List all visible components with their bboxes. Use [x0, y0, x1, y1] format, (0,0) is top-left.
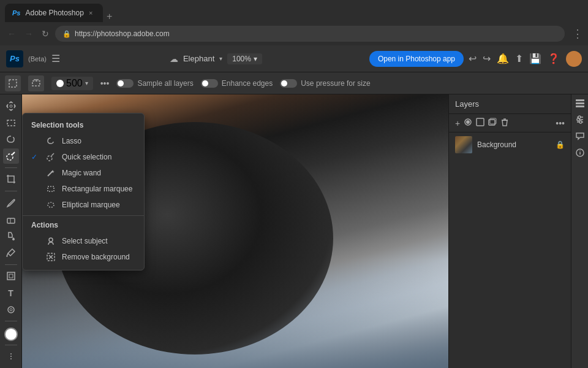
svg-point-18: [47, 156, 52, 161]
top-icons: ↩ ↪ 🔔 ⬆ 💾 ❓: [469, 51, 582, 67]
lasso-icon: [46, 136, 56, 146]
refresh-button[interactable]: ↻: [39, 26, 51, 41]
canvas-area[interactable]: Selection tools Lasso ✓ Quick selection: [22, 94, 448, 368]
url-text: https://photoshop.adobe.com: [75, 29, 170, 38]
notifications-icon[interactable]: 🔔: [497, 53, 509, 64]
browser-address-bar: ← → ↻ 🔒 https://photoshop.adobe.com ⋮: [0, 22, 588, 45]
svg-rect-12: [9, 274, 13, 278]
magic-wand-label: Magic wand: [62, 169, 101, 177]
help-icon[interactable]: ❓: [548, 53, 560, 64]
adjustment-layer-button[interactable]: [476, 118, 484, 128]
tool-option-1[interactable]: [5, 75, 21, 91]
svg-rect-11: [7, 272, 15, 280]
svg-point-5: [7, 154, 13, 160]
sample-all-toggle[interactable]: [116, 79, 134, 88]
quick-selection-label: Quick selection: [62, 153, 111, 161]
layers-panel-toggle[interactable]: [575, 98, 585, 110]
mask-layer-button[interactable]: [464, 118, 472, 128]
shapes-tool[interactable]: [3, 302, 19, 317]
ellipse-marquee-item[interactable]: Elliptical marquee: [23, 197, 144, 213]
toolbar-separator-2: [5, 191, 17, 191]
redo-button[interactable]: ↪: [483, 53, 491, 64]
comments-panel-toggle[interactable]: [575, 131, 585, 143]
browser-menu-button[interactable]: ⋮: [572, 27, 583, 40]
undo-button[interactable]: ↩: [469, 53, 477, 64]
zoom-control[interactable]: 100% ▾: [227, 53, 262, 64]
brush-size-value: 500: [66, 78, 83, 89]
lasso-tool-item[interactable]: Lasso: [23, 133, 144, 149]
svg-point-22: [48, 202, 54, 207]
layer-name-label: Background: [477, 140, 516, 149]
rect-marquee-item[interactable]: Rectangular marquee: [23, 181, 144, 197]
lasso-tool[interactable]: [3, 131, 19, 147]
user-avatar[interactable]: [566, 51, 582, 67]
back-button[interactable]: ←: [5, 26, 18, 41]
right-icon-bar: [571, 94, 588, 368]
enhance-edges-toggle[interactable]: [201, 79, 218, 88]
move-tool[interactable]: [3, 98, 19, 113]
magic-wand-icon: [46, 168, 56, 178]
eraser-tool[interactable]: [3, 212, 19, 227]
svg-point-26: [466, 120, 470, 124]
open-in-photoshop-button[interactable]: Open in Photoshop app: [369, 51, 464, 67]
foreground-color-swatch[interactable]: [4, 328, 18, 340]
magic-wand-item[interactable]: Magic wand: [23, 165, 144, 181]
eyedropper-tool[interactable]: [3, 245, 19, 261]
rect-marquee-label: Rectangular marquee: [62, 185, 132, 193]
tab-close-button[interactable]: ×: [89, 9, 92, 17]
rect-marquee-icon: [46, 184, 56, 194]
layer-thumbnail: [455, 136, 472, 153]
select-subject-item[interactable]: Select subject: [23, 233, 144, 249]
toolbar-separator-3: [5, 264, 17, 265]
tab-title: Adobe Photoshop: [25, 9, 83, 17]
forward-button[interactable]: →: [22, 26, 36, 41]
new-tab-button[interactable]: +: [107, 11, 112, 22]
brush-tool[interactable]: [3, 195, 19, 210]
svg-line-20: [48, 171, 53, 176]
tool-option-2[interactable]: [28, 75, 44, 91]
text-tool[interactable]: T: [3, 285, 19, 301]
share-icon[interactable]: ⬆: [515, 53, 523, 64]
quick-select-tool[interactable]: [3, 148, 19, 164]
smart-object-button[interactable]: [488, 118, 497, 128]
layer-more-options[interactable]: •••: [556, 118, 565, 128]
more-tools-button[interactable]: [3, 349, 19, 364]
quick-select-icon: [46, 152, 56, 162]
info-panel-toggle[interactable]: [575, 148, 585, 159]
active-tab[interactable]: Ps Adobe Photoshop ×: [5, 4, 103, 22]
select-rect-tool[interactable]: [3, 115, 19, 130]
svg-rect-32: [576, 99, 584, 101]
ellipse-marquee-label: Elliptical marquee: [62, 201, 120, 209]
delete-layer-button[interactable]: [500, 118, 509, 128]
layer-background-item[interactable]: Background 🔒: [449, 132, 571, 157]
popup-separator: [23, 215, 144, 216]
crop-tool[interactable]: [3, 172, 19, 187]
enhance-edges-toggle-group: Enhance edges: [201, 79, 273, 88]
lock-icon: 🔒: [62, 30, 71, 38]
save-icon[interactable]: 💾: [529, 53, 541, 64]
layers-panel-header: Layers: [449, 94, 571, 114]
selection-tools-popup: Selection tools Lasso ✓ Quick selection: [22, 113, 145, 270]
svg-rect-0: [9, 80, 17, 87]
transform-tool[interactable]: [3, 269, 19, 284]
brush-size-control[interactable]: 500 ▾: [51, 77, 93, 90]
fill-tool[interactable]: [3, 228, 19, 243]
pressure-toggle[interactable]: [280, 79, 297, 88]
ellipse-marquee-icon: [46, 200, 56, 210]
add-layer-button[interactable]: +: [455, 118, 460, 128]
toolbar-separator-5: [5, 345, 17, 345]
svg-point-39: [577, 118, 579, 121]
more-options-button[interactable]: •••: [100, 79, 110, 88]
remove-background-item[interactable]: Remove background: [23, 249, 144, 265]
hamburger-menu[interactable]: ☰: [51, 53, 60, 64]
url-bar[interactable]: 🔒 https://photoshop.adobe.com: [55, 26, 565, 42]
adjustments-panel-toggle[interactable]: [575, 115, 585, 126]
layers-toolbar: + •••: [449, 114, 571, 132]
browser-tabs-bar: Ps Adobe Photoshop × +: [0, 0, 588, 22]
filename-dropdown[interactable]: ▾: [219, 55, 222, 62]
actions-title: Actions: [23, 218, 144, 233]
svg-line-19: [51, 153, 54, 156]
lasso-label: Lasso: [62, 137, 81, 145]
svg-rect-4: [7, 120, 15, 126]
quick-selection-item[interactable]: ✓ Quick selection: [23, 149, 144, 165]
